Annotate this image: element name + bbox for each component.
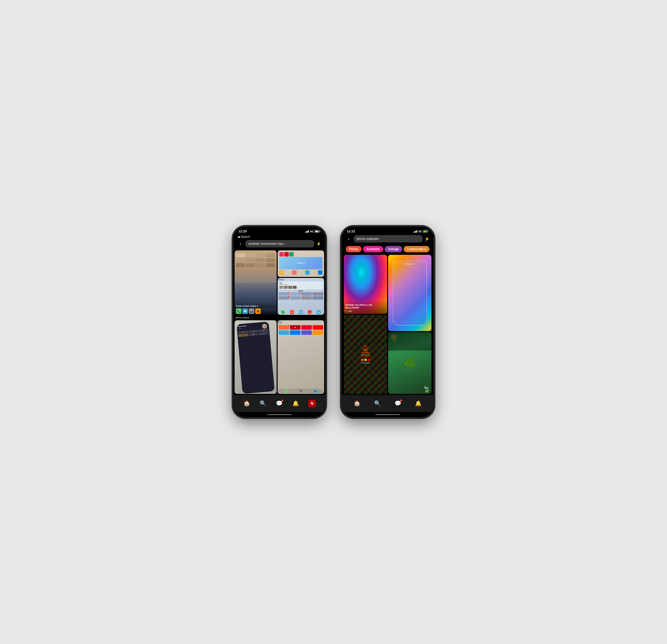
pin-marble[interactable]: iPhone XS ··· bbox=[388, 255, 432, 331]
masonry-col-1: IPHONE COLORFUL LIVE WALLPAPER ♥ 1.6k bbox=[344, 255, 387, 394]
search-nav-right: ‹ iphone wallpaper ⚡ bbox=[342, 234, 434, 244]
pin-tropical[interactable]: 🌿 🌴 🍃 bbox=[388, 332, 432, 394]
dock-search-left[interactable]: 🔍 bbox=[259, 400, 267, 407]
time-right: 12:23 bbox=[347, 229, 355, 233]
signal-icon-left bbox=[305, 230, 309, 232]
notch-left bbox=[263, 227, 295, 233]
content-left: home screen inspo ♥ ··· 📞 💬 📷 bbox=[233, 249, 325, 395]
dock-home-left[interactable]: 🏠 bbox=[243, 400, 250, 407]
pin-netflix[interactable]: 6:48 ▤ 4G N 4 bbox=[278, 320, 324, 394]
dock-right: 🏠 🔍 💬 🔔 bbox=[342, 395, 434, 412]
search-box-left[interactable]: aesthetic homescreen layo... bbox=[245, 240, 314, 247]
dock-messages-right[interactable]: 💬 bbox=[394, 400, 402, 407]
back-search-left[interactable]: ◀ Search bbox=[238, 235, 321, 239]
dock-bell-left[interactable]: 🔔 bbox=[292, 400, 299, 407]
pin-sticker[interactable]: eat SLEEP break FLASH SUPERMAN GRAND THE… bbox=[344, 315, 387, 394]
filter-button-left[interactable]: ⚡ bbox=[316, 242, 321, 246]
pin-space-caption: IPHONE COLORFUL LIVE WALLPAPER ♥ 1.6k bbox=[344, 300, 387, 314]
signal-icon-right bbox=[413, 230, 417, 232]
battery-right: ⚡ bbox=[423, 230, 428, 232]
phone-right: 12:23 4G ⚡ bbox=[341, 226, 435, 418]
back-button-right[interactable]: ‹ bbox=[346, 236, 352, 242]
search-box-right[interactable]: iphone wallpaper bbox=[354, 235, 423, 242]
status-icons-left: 4G bbox=[305, 230, 320, 233]
dock-messages-left[interactable]: 💬 bbox=[275, 400, 283, 407]
back-button-left[interactable]: ‹ bbox=[238, 241, 243, 246]
chip-lockscreen[interactable]: Lockscreen a bbox=[404, 246, 429, 252]
pin-homescreen-title: home screen inspo ♥ bbox=[236, 305, 258, 307]
pin-homescreen[interactable]: home screen inspo ♥ ··· 📞 💬 📷 bbox=[234, 251, 277, 315]
chip-aesthetic[interactable]: Aesthetic bbox=[363, 246, 383, 252]
content-right: IPHONE COLORFUL LIVE WALLPAPER ♥ 1.6k bbox=[342, 254, 434, 395]
pin-music-dots: ··· bbox=[321, 311, 323, 313]
pin-hand[interactable]: Sarah Smith mobile 🎤 ⊞ bbox=[234, 320, 277, 394]
chip-vintage[interactable]: Vintage bbox=[385, 246, 402, 252]
chip-funny[interactable]: Funny bbox=[346, 246, 361, 252]
masonry-grid: IPHONE COLORFUL LIVE WALLPAPER ♥ 1.6k bbox=[342, 254, 434, 395]
battery-left bbox=[314, 230, 320, 232]
time-left: 12:20 bbox=[239, 229, 247, 233]
pin-layout-top[interactable]: APRIL 9 19 bbox=[278, 251, 324, 277]
dock-left: 🏠 🔍 💬 🔔 N bbox=[233, 395, 325, 412]
home-indicator-right bbox=[342, 412, 434, 417]
home-indicator-left bbox=[233, 412, 325, 417]
chips-row: Funny Aesthetic Vintage Lockscreen a bbox=[342, 244, 434, 254]
dock-home-right[interactable]: 🏠 bbox=[353, 400, 361, 407]
iphone-layout-label: iphone layout! bbox=[235, 316, 249, 319]
network-left: 4G bbox=[310, 230, 313, 233]
network-right: 4G bbox=[418, 230, 422, 233]
phones-container: 12:20 4G bbox=[232, 226, 435, 418]
filter-button-right[interactable]: ⚡ bbox=[425, 237, 429, 241]
dock-search-right[interactable]: 🔍 bbox=[374, 400, 381, 407]
phone-left: 12:20 4G bbox=[232, 226, 326, 418]
dock-netflix-left[interactable]: N bbox=[308, 400, 316, 407]
status-icons-right: 4G ⚡ bbox=[413, 230, 428, 233]
masonry-col-2: iPhone XS ··· bbox=[388, 255, 432, 394]
iphone-layout-dots: ··· bbox=[320, 316, 323, 319]
pin-music[interactable]: 13:08 ▾ ayo morgan leigh • bbox=[278, 278, 324, 315]
pin-marble-dots: ··· bbox=[427, 327, 430, 329]
notch-right bbox=[372, 227, 404, 233]
pin-space[interactable]: IPHONE COLORFUL LIVE WALLPAPER ♥ 1.6k bbox=[344, 255, 387, 314]
heart-icon-space: ♥ bbox=[345, 310, 347, 312]
dock-bell-right[interactable]: 🔔 bbox=[414, 400, 422, 407]
pin-homescreen-dots: ··· bbox=[272, 304, 275, 308]
search-nav-left: ◀ Search ‹ aesthetic homescreen layo... … bbox=[233, 234, 325, 249]
